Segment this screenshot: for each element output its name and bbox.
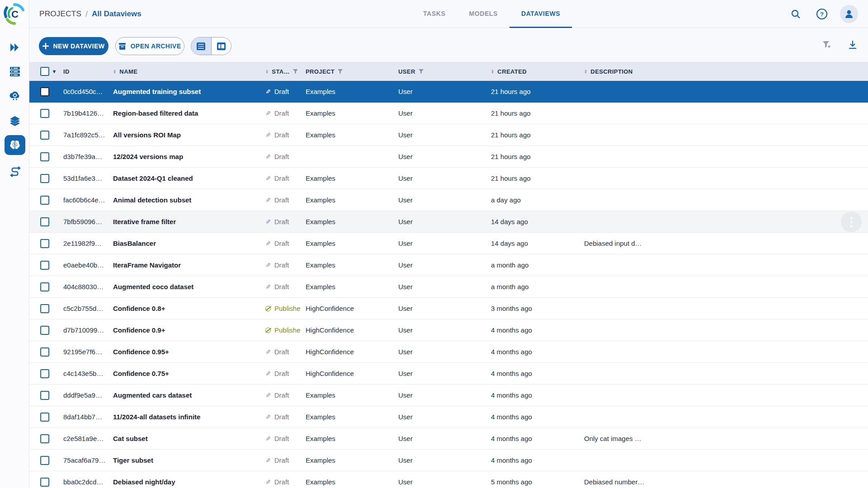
header-user[interactable]: USER xyxy=(393,68,486,75)
row-checkbox-cell xyxy=(29,109,58,118)
tab-tasks[interactable]: TASKS xyxy=(411,0,457,28)
avatar[interactable] xyxy=(840,5,858,23)
row-checkbox[interactable] xyxy=(40,369,49,378)
search-icon[interactable] xyxy=(788,6,804,22)
table-row[interactable]: 2e11982f9…BiasBalancer✎DraftExamplesUser… xyxy=(29,233,868,254)
table-row[interactable]: 53d1fa6e3…Dataset 2024-Q1 cleaned✎DraftE… xyxy=(29,168,868,189)
breadcrumb-projects[interactable]: PROJECTS xyxy=(39,9,81,19)
row-description: Debiased input d… xyxy=(579,239,868,247)
table-row[interactable]: c5c2b755d…Confidence 0.8+PublishedHighCo… xyxy=(29,298,868,319)
header-created[interactable]: ▲▼ CREATED xyxy=(486,68,579,75)
row-id-link[interactable]: c5c2b755d… xyxy=(58,305,108,312)
tab-models[interactable]: MODELS xyxy=(457,0,509,28)
row-checkbox[interactable] xyxy=(40,239,49,248)
select-dropdown-icon[interactable]: ▾ xyxy=(53,68,56,75)
published-icon xyxy=(265,306,271,311)
row-checkbox[interactable] xyxy=(40,478,49,487)
row-id-link[interactable]: d3b7fe39a… xyxy=(58,153,108,160)
table-row[interactable]: d3b7fe39a…12/2024 versions map✎DraftUser… xyxy=(29,146,868,168)
open-archive-button[interactable]: OPEN ARCHIVE xyxy=(115,37,184,55)
clear-filters-icon[interactable] xyxy=(821,39,832,50)
breadcrumb-current[interactable]: All Dataviews xyxy=(92,9,142,19)
row-checkbox[interactable] xyxy=(40,152,49,161)
table-row[interactable]: bba0c2dcd…Debiased night/day✎DraftExampl… xyxy=(29,471,868,488)
row-name: Iterative frame filter xyxy=(108,218,260,225)
header-name[interactable]: ▲▼ NAME xyxy=(108,68,260,75)
row-id-link[interactable]: 92195e7f6… xyxy=(58,348,108,356)
row-checkbox[interactable] xyxy=(40,261,49,270)
row-id-link[interactable]: 7b19b4126… xyxy=(58,109,108,117)
status-label: Draft xyxy=(274,283,289,291)
table-row[interactable]: 8daf14bb7…11/2024-all datasets infinite✎… xyxy=(29,406,868,428)
table-row[interactable]: 7bfb59096…Iterative frame filter✎DraftEx… xyxy=(29,211,868,233)
sidebar-item-datasets[interactable] xyxy=(0,111,29,131)
table-row[interactable]: e0aebe40b…IteraFrame Navigator✎DraftExam… xyxy=(29,254,868,276)
row-user: User xyxy=(393,348,486,356)
row-checkbox[interactable] xyxy=(40,347,49,357)
row-checkbox[interactable] xyxy=(40,326,49,335)
row-id-link[interactable]: e0aebe40b… xyxy=(58,261,108,269)
list-view-button[interactable] xyxy=(191,38,211,55)
row-checkbox[interactable] xyxy=(40,87,49,96)
status-label: Draft xyxy=(274,218,289,225)
row-menu-button[interactable] xyxy=(841,211,862,232)
row-created: 4 months ago xyxy=(486,326,579,334)
kebab-dot xyxy=(850,217,853,219)
row-checkbox[interactable] xyxy=(40,174,49,183)
row-checkbox[interactable] xyxy=(40,217,49,226)
sort-icon: ▲▼ xyxy=(265,69,269,74)
table-row[interactable]: c2e581a9e…Cat subset✎DraftExamplesUser4 … xyxy=(29,428,868,450)
row-id-link[interactable]: 0c0cd450c… xyxy=(58,88,108,95)
row-checkbox[interactable] xyxy=(40,304,49,313)
row-id-link[interactable]: 2e11982f9… xyxy=(58,239,108,247)
row-id-link[interactable]: 7a1fc892c5… xyxy=(58,131,108,139)
row-id-link[interactable]: dddf9e5a9… xyxy=(58,391,108,399)
row-checkbox[interactable] xyxy=(40,131,49,140)
row-checkbox[interactable] xyxy=(40,456,49,465)
draft-pencil-icon: ✎ xyxy=(265,88,271,95)
row-id-link[interactable]: 75acaf6a79… xyxy=(58,456,108,464)
table-row[interactable]: fac60b6c4e…Animal detection subset✎Draft… xyxy=(29,189,868,211)
sidebar-item-pipelines[interactable] xyxy=(0,162,29,182)
sidebar-expand-button[interactable] xyxy=(0,38,29,57)
sidebar-item-dataviews-active[interactable] xyxy=(0,135,29,155)
table-row[interactable]: 92195e7f6…Confidence 0.95+✎DraftHighConf… xyxy=(29,341,868,363)
table-row[interactable]: 7a1fc892c5…All versions ROI Map✎DraftExa… xyxy=(29,124,868,146)
row-status: ✎Draft xyxy=(260,196,300,204)
help-icon[interactable]: ? xyxy=(814,6,830,22)
table-row[interactable]: 404c88030…Augmented coco dataset✎DraftEx… xyxy=(29,276,868,298)
row-id-link[interactable]: 404c88030… xyxy=(58,283,108,291)
table-row[interactable]: 0c0cd450c…Augmented training subset✎Draf… xyxy=(29,81,868,103)
download-icon[interactable] xyxy=(847,39,858,50)
row-id-link[interactable]: d7b710099… xyxy=(58,326,108,334)
row-checkbox[interactable] xyxy=(40,196,49,205)
header-description[interactable]: ▲▼ DESCRIPTION xyxy=(579,68,868,75)
row-checkbox[interactable] xyxy=(40,434,49,443)
row-checkbox[interactable] xyxy=(40,413,49,422)
row-id-link[interactable]: c4c143e5b… xyxy=(58,370,108,377)
table-row[interactable]: d7b710099…Confidence 0.9+PublishedHighCo… xyxy=(29,319,868,341)
tab-dataviews[interactable]: DATAVIEWS xyxy=(509,0,572,28)
table-row[interactable]: 75acaf6a79…Tiger subset✎DraftExamplesUse… xyxy=(29,450,868,471)
table-row[interactable]: 7b19b4126…Region-based filtered data✎Dra… xyxy=(29,103,868,124)
row-checkbox[interactable] xyxy=(40,391,49,400)
header-project[interactable]: PROJECT xyxy=(300,68,393,75)
split-view-button[interactable] xyxy=(211,38,231,55)
header-id[interactable]: ID xyxy=(58,68,108,75)
row-id-link[interactable]: 7bfb59096… xyxy=(58,218,108,225)
row-id-link[interactable]: fac60b6c4e… xyxy=(58,196,108,204)
row-id-link[interactable]: c2e581a9e… xyxy=(58,435,108,442)
table-row[interactable]: c4c143e5b…Confidence 0.75+✎DraftHighConf… xyxy=(29,363,868,385)
new-dataview-button[interactable]: NEW DATAVIEW xyxy=(39,37,108,55)
row-checkbox[interactable] xyxy=(40,282,49,291)
sidebar-item-dashboard[interactable] xyxy=(0,61,29,81)
row-checkbox[interactable] xyxy=(40,109,49,118)
row-id-link[interactable]: 8daf14bb7… xyxy=(58,413,108,421)
header-status[interactable]: ▲▼ STA… xyxy=(260,68,300,75)
sidebar-item-data-cloud[interactable] xyxy=(0,86,29,106)
row-id-link[interactable]: 53d1fa6e3… xyxy=(58,174,108,182)
row-id-link[interactable]: bba0c2dcd… xyxy=(58,478,108,486)
select-all-checkbox[interactable] xyxy=(40,67,49,76)
table-row[interactable]: dddf9e5a9…Augmented cars dataset✎DraftEx… xyxy=(29,385,868,406)
clearml-logo[interactable]: C xyxy=(3,3,26,25)
